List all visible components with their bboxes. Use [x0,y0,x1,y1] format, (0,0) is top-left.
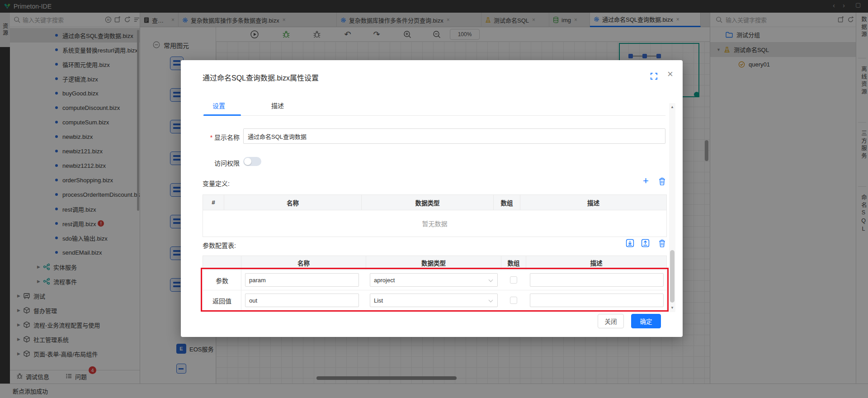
return-name-input[interactable] [245,294,359,307]
return-type-select[interactable]: List [370,294,498,307]
dialog-tab-settings[interactable]: 设置 [212,101,225,110]
fullscreen-icon[interactable] [650,72,658,81]
return-array-checkbox[interactable] [510,297,517,304]
scroll-down-icon[interactable]: ▼ [670,306,674,310]
app-window: Primeton-IDE ‹ › ▢ 资源 AI [0,0,868,398]
table-header-row: # 名称 数据类型 数组 描述 [203,195,666,210]
delete-variable-icon[interactable] [658,177,666,187]
empty-state: 暂无数据 [203,210,666,237]
access-label: 访问权限 [181,158,240,167]
param-array-checkbox[interactable] [510,276,517,284]
scroll-up-icon[interactable]: ▲ [670,105,674,109]
divider [203,115,665,116]
export-icon[interactable] [641,239,650,249]
confirm-button[interactable]: 确定 [631,314,661,328]
return-desc-input[interactable] [530,294,664,307]
access-toggle[interactable] [243,157,261,166]
display-name-label: 显示名称 [181,133,240,142]
delete-param-icon[interactable] [658,239,666,249]
variables-table: # 名称 数据类型 数组 描述 暂无数据 [203,194,667,237]
dialog-title: 通过命名SQL查询数据.bizx属性设置 [203,72,319,83]
chevron-down-icon [489,298,493,303]
param-name-input[interactable] [245,273,359,287]
close-button[interactable]: 关闭 [598,314,624,328]
params-table: 名称 数据类型 数组 描述 参数 aproject 返回值 List [203,256,667,311]
param-row: 参数 aproject [203,270,666,290]
param-row: 返回值 List [203,290,666,311]
dialog-scrollbar[interactable]: ▲ ▼ [669,103,675,312]
table-header-row: 名称 数据类型 数组 描述 [203,256,666,270]
import-icon[interactable] [626,239,634,249]
display-name-input[interactable] [243,128,665,144]
variables-section-label: 变量定义: [203,179,230,188]
param-type-select[interactable]: aproject [370,273,498,287]
add-variable-icon[interactable]: + [643,175,649,187]
params-section-label: 参数配置表: [203,241,236,250]
close-icon[interactable]: × [667,68,673,80]
properties-dialog: 通过命名SQL查询数据.bizx属性设置 × 设置 描述 显示名称 访问权限 变… [181,60,683,337]
active-tab-indicator [203,114,241,116]
scroll-thumb[interactable] [670,250,675,303]
chevron-down-icon [489,278,493,282]
param-desc-input[interactable] [530,273,664,287]
dialog-tab-description[interactable]: 描述 [271,101,284,110]
